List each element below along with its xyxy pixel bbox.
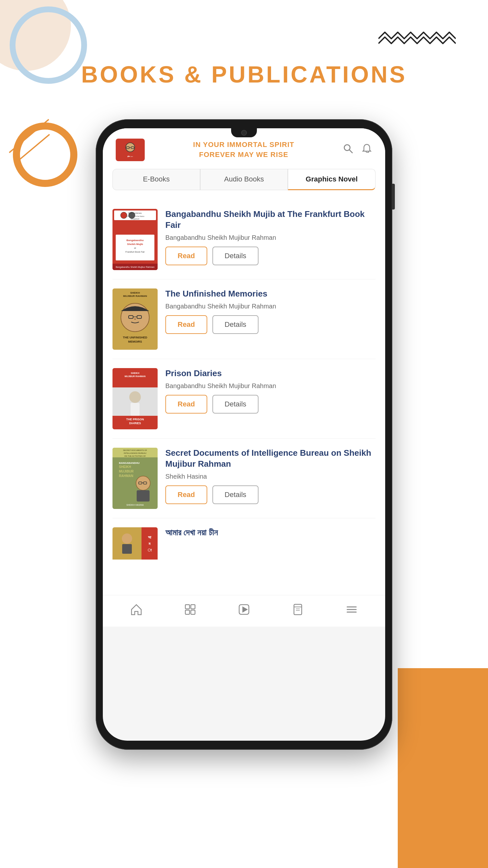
- phone-device: মুজিব ১০০ IN YOUR IMMORTAL SPIRIT FOREVE…: [96, 119, 392, 750]
- svg-text:া: া: [148, 548, 152, 553]
- play-icon[interactable]: [238, 603, 250, 619]
- tabs-container: E-Books Audio Books Graphics Novel: [103, 169, 385, 196]
- read-button[interactable]: Read: [165, 247, 207, 265]
- book-title: Prison Diaries: [165, 368, 375, 379]
- svg-rect-65: [185, 604, 189, 609]
- svg-rect-68: [191, 610, 195, 614]
- svg-text:Sheikh Mujib: Sheikh Mujib: [127, 243, 143, 246]
- read-button[interactable]: Read: [165, 486, 207, 504]
- notification-icon[interactable]: [361, 143, 372, 157]
- svg-rect-34: [113, 368, 158, 388]
- svg-text:ম: ম: [149, 541, 151, 546]
- svg-rect-64: [122, 544, 132, 554]
- svg-rect-67: [185, 610, 189, 614]
- svg-point-63: [122, 533, 132, 544]
- book-cover-1: Birth Centenary of the Father of the Nat…: [113, 209, 158, 270]
- book-title: Secret Documents of Intelligence Bureau …: [165, 448, 375, 470]
- svg-text:ON THE ACTIVITIES OF: ON THE ACTIVITIES OF: [124, 455, 146, 457]
- book-actions: Read Details: [165, 395, 375, 413]
- svg-text:SECRET DOCUMENTS OF: SECRET DOCUMENTS OF: [123, 449, 147, 451]
- svg-marker-70: [243, 607, 247, 612]
- book-actions: Read Details: [165, 247, 375, 265]
- phone-outer: মুজিব ১০০ IN YOUR IMMORTAL SPIRIT FOREVE…: [96, 119, 392, 750]
- svg-text:MUJIBUR RAHMAN: MUJIBUR RAHMAN: [125, 375, 146, 377]
- svg-text:MEMOIRS: MEMOIRS: [128, 340, 142, 343]
- tab-ebooks[interactable]: E-Books: [113, 169, 200, 190]
- book-info: The Unfinished Memories Bangabandhu Shei…: [165, 288, 375, 334]
- svg-text:SHEIKH: SHEIKH: [130, 291, 140, 294]
- menu-icon[interactable]: [345, 603, 358, 619]
- book-cover-2: SHEIKH MUJIBUR RAHMAN: [113, 288, 158, 350]
- book-title: The Unfinished Memories: [165, 288, 375, 300]
- page-title: BOOKS & PUBLICATIONS: [0, 61, 488, 88]
- tab-graphics-novel[interactable]: Graphics Novel: [288, 169, 375, 190]
- list-item: SECRET DOCUMENTS OF INTELLIGENCE BUREAU …: [113, 439, 375, 518]
- grid-icon[interactable]: [184, 603, 196, 619]
- book-icon[interactable]: [292, 603, 304, 619]
- phone-notch: [231, 128, 257, 137]
- book-info: Secret Documents of Intelligence Bureau …: [165, 448, 375, 504]
- book-title: Bangabandhu Sheikh Mujib at The Frankfur…: [165, 209, 375, 231]
- details-button[interactable]: Details: [212, 247, 258, 265]
- book-cover-3: SHEIKH MUJIBUR RAHMAN THE PRISON DIARIES: [113, 368, 158, 429]
- svg-text:BANGABANDHU: BANGABANDHU: [119, 462, 140, 464]
- bg-rect-orange: [398, 668, 488, 868]
- book-author: Bangabandhu Sheikh Mujibur Rahman: [165, 234, 375, 241]
- book-info: Prison Diaries Bangabandhu Sheikh Mujibu…: [165, 368, 375, 413]
- list-item: আ ম া আমার দেখা নয়া চীন: [113, 518, 375, 592]
- app-logo: মুজিব ১০০: [116, 138, 145, 161]
- details-button[interactable]: Details: [212, 395, 258, 413]
- svg-text:DIARIES: DIARIES: [129, 422, 141, 425]
- bg-zigzag-top-right: [378, 29, 456, 48]
- svg-text:Bangladesh: Bangladesh: [131, 218, 140, 220]
- home-icon[interactable]: [130, 603, 143, 619]
- svg-text:THE PRISON: THE PRISON: [126, 418, 144, 421]
- svg-rect-71: [294, 604, 302, 615]
- svg-text:at: at: [134, 247, 136, 249]
- svg-text:মুজিব ১০০: মুজিব ১০০: [127, 155, 133, 158]
- svg-text:RAHMAN: RAHMAN: [119, 474, 133, 478]
- book-actions: Read Details: [165, 486, 375, 504]
- list-item: Birth Centenary of the Father of the Nat…: [113, 200, 375, 279]
- book-author: Bangabandhu Sheikh Mujibur Rahman: [165, 382, 375, 390]
- book-title: আমার দেখা নয়া চীন: [165, 527, 375, 538]
- bottom-nav: [103, 595, 385, 627]
- details-button[interactable]: Details: [212, 486, 258, 504]
- svg-text:আ: আ: [148, 535, 152, 539]
- svg-rect-66: [191, 604, 195, 609]
- book-cover-5: আ ম া: [113, 527, 158, 589]
- phone-side-button: [392, 184, 395, 210]
- svg-text:INTELLIGENCE BUREAU: INTELLIGENCE BUREAU: [124, 452, 146, 454]
- tab-audiobooks[interactable]: Audio Books: [200, 169, 288, 190]
- app-icons: [343, 143, 372, 157]
- read-button[interactable]: Read: [165, 315, 207, 334]
- book-info: Bangabandhu Sheikh Mujib at The Frankfur…: [165, 209, 375, 265]
- search-icon[interactable]: [343, 143, 354, 157]
- bg-circle-orange: [13, 122, 78, 187]
- book-author: Sheikh Hasina: [165, 473, 375, 480]
- book-author: Bangabandhu Sheikh Mujibur Rahman: [165, 303, 375, 310]
- svg-text:of the Father of the Nation: of the Father of the Nation: [126, 215, 144, 217]
- svg-text:MUJIBUR: MUJIBUR: [119, 470, 134, 473]
- svg-text:SHEIKH HASINA: SHEIKH HASINA: [126, 504, 144, 506]
- svg-text:Frankfurt Book Fair: Frankfurt Book Fair: [125, 251, 145, 253]
- svg-rect-38: [130, 403, 140, 416]
- book-cover-4: SECRET DOCUMENTS OF INTELLIGENCE BUREAU …: [113, 448, 158, 509]
- svg-text:Bangabandhu: Bangabandhu: [126, 239, 144, 242]
- svg-line-8: [349, 150, 352, 153]
- phone-camera: [241, 130, 247, 136]
- svg-text:MUJIBUR RAHMAN: MUJIBUR RAHMAN: [123, 294, 147, 298]
- book-actions: Read Details: [165, 315, 375, 334]
- svg-text:Birth Centenary: Birth Centenary: [128, 212, 142, 214]
- svg-point-37: [129, 391, 141, 403]
- app-tagline: IN YOUR IMMORTAL SPIRIT FOREVER MAY WE R…: [193, 140, 294, 160]
- svg-text:Bangabandhu Sheikh Mujibur Rah: Bangabandhu Sheikh Mujibur Rahman: [116, 266, 154, 269]
- details-button[interactable]: Details: [212, 315, 258, 334]
- list-item: SHEIKH MUJIBUR RAHMAN THE PRISON DIARIES: [113, 359, 375, 439]
- read-button[interactable]: Read: [165, 395, 207, 413]
- svg-rect-53: [137, 490, 150, 501]
- book-list: Birth Centenary of the Father of the Nat…: [103, 196, 385, 595]
- svg-text:SHEIKH: SHEIKH: [119, 465, 131, 469]
- list-item: SHEIKH MUJIBUR RAHMAN: [113, 279, 375, 359]
- book-info: আমার দেখা নয়া চীন: [165, 527, 375, 538]
